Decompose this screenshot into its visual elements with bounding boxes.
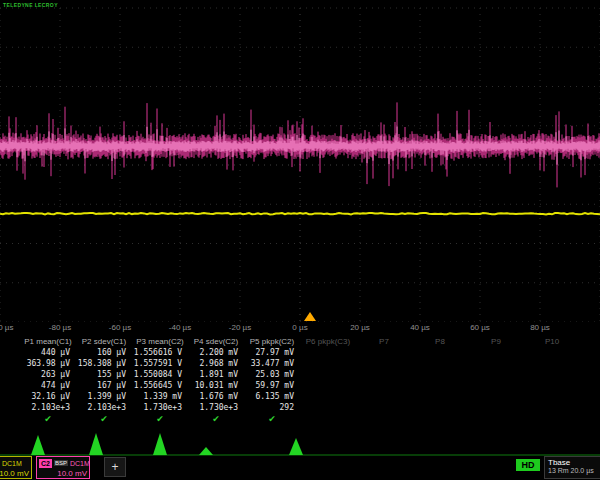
measure-value: 363.98 µV [20, 358, 76, 369]
time-axis-label: 80 µs [515, 323, 565, 332]
measure-header[interactable]: P6 pkpk(C3) [300, 336, 356, 347]
measure-value: 158.308 µV [76, 358, 132, 369]
measure-value [300, 380, 356, 391]
measure-status-check [412, 413, 468, 426]
time-axis-label: -40 µs [155, 323, 205, 332]
measure-value [412, 369, 468, 380]
c2-scale: 10.0 mV [39, 469, 87, 478]
measure-value [300, 402, 356, 413]
measure-value: 6.135 mV [244, 391, 300, 402]
c2-descriptor-top: C2 BSP DC1M [39, 458, 87, 468]
measure-header[interactable]: P3 mean(C2) [132, 336, 188, 347]
measure-value: 27.97 mV [244, 347, 300, 358]
time-axis-label: -60 µs [95, 323, 145, 332]
measure-status-check: ✔ [244, 413, 300, 426]
measure-value: 2.968 mV [188, 358, 244, 369]
waveform-plot[interactable] [0, 0, 600, 322]
measure-value: 440 µV [20, 347, 76, 358]
measure-value: 1.730e+3 [132, 402, 188, 413]
timebase-descriptor[interactable]: Tbase 13 Rm 20.0 µs [544, 456, 600, 479]
measure-value: 25.03 mV [244, 369, 300, 380]
c1-coupling: DC1M [2, 460, 22, 467]
c2-tag: BSP [54, 460, 68, 466]
measure-value: 474 µV [20, 380, 76, 391]
hd-mode-badge[interactable]: HD [516, 459, 540, 471]
measure-status-check [300, 413, 356, 426]
histogram-peak [153, 433, 167, 455]
measure-header[interactable]: P7 [356, 336, 412, 347]
measure-value [524, 347, 580, 358]
measure-value [524, 358, 580, 369]
histogram-peak [89, 433, 103, 455]
measure-header[interactable]: P10 [524, 336, 580, 347]
histogram-peak [31, 435, 45, 455]
measure-value: 1.556616 V [132, 347, 188, 358]
measure-header[interactable]: P9 [468, 336, 524, 347]
measure-header[interactable]: P8 [412, 336, 468, 347]
measure-value: 1.556645 V [132, 380, 188, 391]
measure-value [524, 402, 580, 413]
histogram-peak [289, 438, 303, 455]
measure-value: 2.103e+3 [76, 402, 132, 413]
measure-header[interactable]: P5 pkpk(C2) [244, 336, 300, 347]
trigger-position-marker[interactable] [304, 312, 316, 321]
measure-value: 10.031 mV [188, 380, 244, 391]
measure-value: 167 µV [76, 380, 132, 391]
measure-status-check: ✔ [188, 413, 244, 426]
oscilloscope-screen: TELEDYNE LECROY -100 µs-80 µs-60 µs-40 µ… [0, 0, 600, 480]
measure-value [356, 380, 412, 391]
c2-descriptor[interactable]: C2 BSP DC1M 10.0 mV [36, 456, 90, 479]
timebase-detail: 13 Rm 20.0 µs [548, 467, 600, 474]
add-trace-button[interactable]: + [104, 457, 126, 477]
measure-value: 1.339 mV [132, 391, 188, 402]
measure-value: 1.730e+3 [188, 402, 244, 413]
measure-header[interactable]: P2 sdev(C1) [76, 336, 132, 347]
measure-value [300, 391, 356, 402]
bottom-bar: C1 DC1M 10.0 mV C2 BSP DC1M 10.0 mV + HD… [0, 456, 600, 480]
measure-value: 1.557591 V [132, 358, 188, 369]
measure-value [468, 347, 524, 358]
measure-value: 1.399 µV [76, 391, 132, 402]
measure-value [300, 369, 356, 380]
timebase-detail-left: 13 Rm [548, 467, 569, 474]
measure-value: 160 µV [76, 347, 132, 358]
time-axis-label: -20 µs [215, 323, 265, 332]
measure-value: 2.200 mV [188, 347, 244, 358]
measure-value: 2.103e+3 [20, 402, 76, 413]
measure-value: 1.676 mV [188, 391, 244, 402]
measure-value [356, 402, 412, 413]
measure-value [524, 380, 580, 391]
measure-value: 32.16 µV [20, 391, 76, 402]
measure-header[interactable]: P1 mean(C1) [20, 336, 76, 347]
measurement-table-header: P1 mean(C1)P2 sdev(C1)P3 mean(C2)P4 sdev… [20, 336, 580, 347]
measure-value: 155 µV [76, 369, 132, 380]
timebase-label: Tbase [548, 458, 600, 467]
measure-value: 59.97 mV [244, 380, 300, 391]
c1-scale: 10.0 mV [0, 469, 29, 478]
histogram-peak [199, 447, 213, 455]
measure-value [468, 380, 524, 391]
time-axis-label: 0 µs [275, 323, 325, 332]
time-axis-label: 40 µs [395, 323, 445, 332]
measure-value [300, 347, 356, 358]
time-axis-label: 60 µs [455, 323, 505, 332]
measurement-table-status-row: ✔✔✔✔✔ [20, 413, 580, 426]
measurement-table[interactable]: P1 mean(C1)P2 sdev(C1)P3 mean(C2)P4 sdev… [20, 336, 580, 426]
measurement-table-body: 440 µV160 µV1.556616 V2.200 mV27.97 mV36… [20, 347, 580, 413]
measure-value [468, 391, 524, 402]
measure-value [356, 347, 412, 358]
measure-status-check: ✔ [132, 413, 188, 426]
measure-value [412, 391, 468, 402]
c1-descriptor[interactable]: C1 DC1M 10.0 mV [0, 456, 32, 479]
measure-header[interactable]: P4 sdev(C2) [188, 336, 244, 347]
measure-status-check: ✔ [76, 413, 132, 426]
measure-value [356, 391, 412, 402]
time-axis-label: 20 µs [335, 323, 385, 332]
measure-value: 263 µV [20, 369, 76, 380]
measurement-histogram [0, 426, 600, 458]
measure-status-check [356, 413, 412, 426]
measure-value [412, 347, 468, 358]
c1-descriptor-top: C1 DC1M [0, 458, 29, 468]
time-axis-label: -80 µs [35, 323, 85, 332]
measure-status-check [524, 413, 580, 426]
